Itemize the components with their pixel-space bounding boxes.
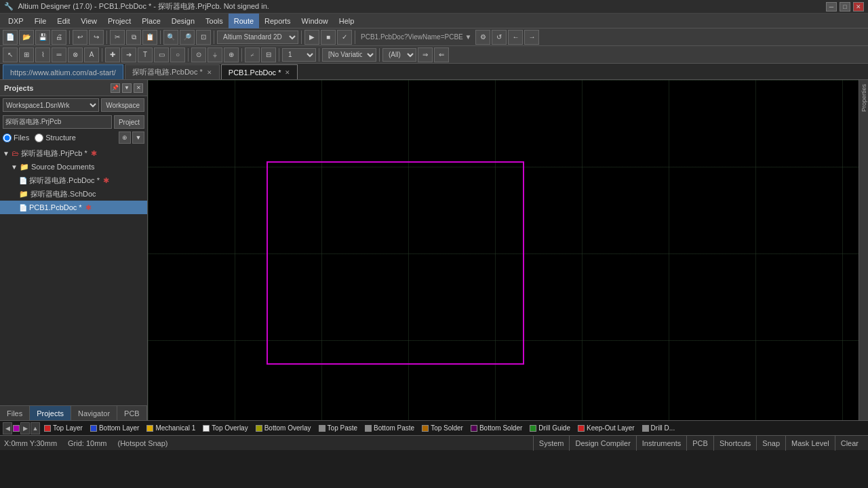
layer-drill-drawing[interactable]: Drill D... (639, 422, 679, 434)
layer-top-paste[interactable]: Top Paste (315, 422, 361, 434)
menu-window[interactable]: Window (296, 14, 334, 28)
menu-place[interactable]: Place (136, 14, 166, 28)
tb2-arrow-btn[interactable]: ➔ (121, 47, 136, 62)
tb2-route-btn[interactable]: ⌿ (245, 47, 260, 62)
layer-nav-right1[interactable]: ▶ (20, 422, 30, 434)
tree-item-source[interactable]: ▼ 📁 Source Documents (0, 160, 147, 174)
tb-validate-btn[interactable]: ✓ (337, 30, 352, 45)
tb-copy-btn[interactable]: ⧉ (126, 30, 141, 45)
status-pcb[interactable]: PCB (686, 436, 713, 451)
menu-view[interactable]: View (75, 14, 102, 28)
tb-redo-btn[interactable]: ↪ (89, 30, 104, 45)
tb2-text-btn[interactable]: T (138, 47, 153, 62)
variation-select[interactable]: [No Variations] (322, 48, 376, 62)
menu-project[interactable]: Project (102, 14, 136, 28)
snap-select[interactable]: 1 (282, 48, 316, 62)
clear-button[interactable]: Clear (835, 436, 864, 451)
menu-file[interactable]: File (29, 14, 52, 28)
tab-pcb-close[interactable]: ✕ (285, 69, 290, 76)
tb2-component-btn[interactable]: ⊞ (19, 47, 34, 62)
workspace-button[interactable]: Workspace (101, 98, 144, 112)
sidebar-pin-btn[interactable]: 📌 (111, 83, 120, 93)
tb-zoom-in-btn[interactable]: 🔍 (163, 30, 178, 45)
add-dropdown-icon[interactable]: ▼ (132, 131, 144, 144)
layer-top-solder[interactable]: Top Solder (418, 422, 467, 434)
tb-pcb-btn3[interactable]: ← (508, 30, 523, 45)
layer-keep-out[interactable]: Keep-Out Layer (574, 422, 638, 434)
tree-item-pcb1[interactable]: 📄 PCB1.PcbDoc * ✱ (0, 201, 147, 214)
tb-fit-btn[interactable]: ⊡ (196, 30, 211, 45)
menu-edit[interactable]: Edit (52, 14, 75, 28)
tab-url[interactable]: https://www.altium.com/ad-start/ (3, 64, 123, 79)
menu-help[interactable]: Help (334, 14, 360, 28)
layer-bottom-paste[interactable]: Bottom Paste (361, 422, 418, 434)
tb-pcb-btn2[interactable]: ↺ (492, 30, 507, 45)
project-input[interactable] (3, 115, 112, 129)
layer-bottom[interactable]: Bottom Layer (87, 422, 142, 434)
status-shortcuts[interactable]: Shortcuts (713, 436, 756, 451)
net-select[interactable]: (All) (382, 48, 416, 62)
add-existing-icon[interactable]: ⊕ (119, 131, 131, 144)
layer-mech1[interactable]: Mechanical 1 (143, 422, 199, 434)
tb2-gnd-btn[interactable]: ⏚ (208, 47, 222, 62)
layer-nav-left[interactable]: ◀ (3, 422, 12, 434)
tb-save-btn[interactable]: 💾 (35, 30, 50, 45)
layer-top-overlay[interactable]: Top Overlay (199, 422, 251, 434)
tb-paste-btn[interactable]: 📋 (142, 30, 157, 45)
tb2-layer-btn[interactable]: ⊟ (261, 47, 276, 62)
status-instruments[interactable]: Instruments (636, 436, 686, 451)
status-design-compiler[interactable]: Design Compiler (569, 436, 635, 451)
tree-item-pcbdoc1[interactable]: 📄 探听器电路.PcbDoc * ✱ (0, 174, 147, 187)
tb2-cross-btn[interactable]: ✚ (105, 47, 120, 62)
layer-drill-guide[interactable]: Drill Guide (526, 422, 574, 434)
tb-print-btn[interactable]: 🖨 (52, 30, 66, 45)
right-panel-label[interactable]: Properties (861, 84, 867, 112)
menu-tools[interactable]: Tools (200, 14, 229, 28)
tb-run-btn[interactable]: ▶ (304, 30, 319, 45)
tb2-net-btn[interactable]: ⊗ (68, 47, 83, 62)
sidebar-menu-btn[interactable]: ▼ (122, 83, 132, 93)
menu-design[interactable]: Design (166, 14, 200, 28)
tb-new-btn[interactable]: 📄 (3, 30, 18, 45)
tb2-pwr-btn[interactable]: ⊕ (224, 47, 239, 62)
menu-dxp[interactable]: DXP (3, 14, 29, 28)
mask-level-button[interactable]: Mask Level (785, 436, 835, 451)
bottom-tab-files[interactable]: Files (0, 406, 30, 421)
tb2-rect-btn[interactable]: ▭ (154, 47, 169, 62)
bottom-tab-pcb[interactable]: PCB (117, 406, 147, 421)
tree-item-root[interactable]: ▼ 🗁 探听器电路.PrjPcb * ✱ (0, 146, 147, 160)
tree-item-schdoc[interactable]: 📁 探听器电路.SchDoc (0, 187, 147, 201)
snap-button[interactable]: Snap (756, 436, 785, 451)
tb2-forward-btn[interactable]: ⇒ (418, 47, 433, 62)
tab-schematic-close[interactable]: ✕ (207, 69, 212, 76)
close-button[interactable]: ✕ (853, 2, 864, 12)
workspace-select[interactable]: Workspace1.DsnWrk (3, 98, 99, 112)
tb2-pin-btn[interactable]: ⊙ (191, 47, 206, 62)
layer-bottom-overlay[interactable]: Bottom Overlay (252, 422, 315, 434)
view-select[interactable]: Altium Standard 2D (217, 30, 298, 44)
tb2-back-btn[interactable]: ⇐ (434, 47, 449, 62)
tb-pcb-btn1[interactable]: ⚙ (475, 30, 490, 45)
project-button[interactable]: Project (114, 115, 144, 129)
menu-route[interactable]: Route (229, 14, 259, 28)
tb2-circle-btn[interactable]: ○ (170, 47, 185, 62)
structure-radio[interactable]: Structure (35, 134, 76, 142)
bottom-tab-projects[interactable]: Projects (30, 406, 71, 421)
layer-bottom-solder[interactable]: Bottom Solder (467, 422, 526, 434)
bottom-tab-navigator[interactable]: Navigator (71, 406, 117, 421)
minimize-button[interactable]: ─ (826, 2, 837, 12)
tb-stop-btn[interactable]: ■ (321, 30, 336, 45)
maximize-button[interactable]: □ (840, 2, 850, 12)
tb-cut-btn[interactable]: ✂ (110, 30, 125, 45)
status-system[interactable]: System (533, 436, 570, 451)
layer-top[interactable]: Top Layer (41, 422, 86, 434)
tb-zoom-out-btn[interactable]: 🔎 (180, 30, 195, 45)
layer-expand-btn[interactable]: ▲ (31, 422, 40, 434)
tb2-label-btn[interactable]: A (84, 47, 99, 62)
tab-pcb[interactable]: PCB1.PcbDoc * ✕ (221, 64, 298, 79)
tb-open-btn[interactable]: 📂 (19, 30, 34, 45)
tb2-wire-btn[interactable]: ⌇ (35, 47, 50, 62)
tb2-bus-btn[interactable]: ═ (52, 47, 66, 62)
tb-undo-btn[interactable]: ↩ (73, 30, 87, 45)
menu-reports[interactable]: Reports (259, 14, 296, 28)
